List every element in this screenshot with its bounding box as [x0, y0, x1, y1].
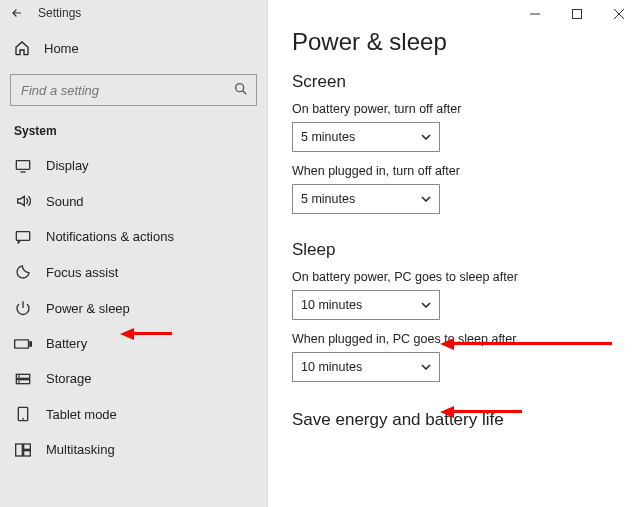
- sleep-heading: Sleep: [292, 240, 616, 260]
- sidebar-item-tablet[interactable]: Tablet mode: [0, 396, 267, 432]
- nav-list: Display Sound Notifications & actions Fo…: [0, 148, 267, 507]
- nav-label: Battery: [46, 336, 87, 351]
- select-value: 5 minutes: [301, 130, 355, 144]
- back-icon[interactable]: [10, 6, 24, 20]
- battery-icon: [14, 338, 32, 350]
- svg-rect-2: [16, 231, 29, 240]
- power-icon: [14, 300, 32, 316]
- nav-label: Display: [46, 158, 89, 173]
- sidebar-item-multitasking[interactable]: Multitasking: [0, 432, 267, 467]
- screen-battery-label: On battery power, turn off after: [292, 102, 616, 116]
- nav-label: Notifications & actions: [46, 229, 174, 244]
- chevron-down-icon: [421, 364, 431, 370]
- svg-rect-13: [24, 450, 31, 455]
- home-label: Home: [44, 41, 79, 56]
- svg-rect-14: [573, 10, 582, 19]
- svg-point-0: [236, 84, 244, 92]
- window-title: Settings: [38, 6, 81, 20]
- nav-label: Storage: [46, 371, 92, 386]
- chevron-down-icon: [421, 196, 431, 202]
- home-link[interactable]: Home: [0, 30, 267, 66]
- maximize-button[interactable]: [556, 0, 598, 28]
- display-icon: [14, 159, 32, 173]
- sound-icon: [14, 193, 32, 209]
- select-value: 5 minutes: [301, 192, 355, 206]
- screen-plugged-label: When plugged in, turn off after: [292, 164, 616, 178]
- sleep-battery-label: On battery power, PC goes to sleep after: [292, 270, 616, 284]
- minimize-button[interactable]: [514, 0, 556, 28]
- search-input[interactable]: [10, 74, 257, 106]
- sleep-battery-select[interactable]: 10 minutes: [292, 290, 440, 320]
- svg-point-7: [19, 376, 20, 377]
- svg-rect-3: [15, 339, 29, 347]
- svg-point-8: [19, 381, 20, 382]
- sidebar-item-battery[interactable]: Battery: [0, 326, 267, 361]
- sidebar: Settings Home System Display Sound: [0, 0, 268, 507]
- notifications-icon: [14, 230, 32, 244]
- svg-rect-1: [16, 160, 29, 169]
- home-icon: [14, 40, 30, 56]
- sidebar-item-notifications[interactable]: Notifications & actions: [0, 219, 267, 254]
- sleep-plugged-label: When plugged in, PC goes to sleep after: [292, 332, 616, 346]
- nav-label: Focus assist: [46, 265, 118, 280]
- sidebar-item-storage[interactable]: Storage: [0, 361, 267, 396]
- close-button[interactable]: [598, 0, 640, 28]
- section-label: System: [0, 116, 267, 148]
- svg-rect-12: [24, 444, 31, 449]
- main-content: Power & sleep Screen On battery power, t…: [268, 0, 640, 507]
- screen-battery-select[interactable]: 5 minutes: [292, 122, 440, 152]
- nav-label: Power & sleep: [46, 301, 130, 316]
- save-heading: Save energy and battery life: [292, 410, 616, 430]
- sidebar-item-sound[interactable]: Sound: [0, 183, 267, 219]
- chevron-down-icon: [421, 134, 431, 140]
- screen-heading: Screen: [292, 72, 616, 92]
- select-value: 10 minutes: [301, 298, 362, 312]
- svg-rect-4: [30, 341, 31, 345]
- nav-label: Tablet mode: [46, 407, 117, 422]
- window-controls: [514, 0, 640, 28]
- svg-rect-11: [16, 444, 23, 456]
- sleep-plugged-select[interactable]: 10 minutes: [292, 352, 440, 382]
- search-wrap: [10, 74, 257, 106]
- nav-label: Sound: [46, 194, 84, 209]
- page-title: Power & sleep: [292, 28, 616, 56]
- sidebar-item-display[interactable]: Display: [0, 148, 267, 183]
- nav-label: Multitasking: [46, 442, 115, 457]
- tablet-icon: [14, 406, 32, 422]
- sidebar-item-power[interactable]: Power & sleep: [0, 290, 267, 326]
- search-icon: [233, 81, 249, 97]
- focus-icon: [14, 264, 32, 280]
- storage-icon: [14, 372, 32, 386]
- multitask-icon: [14, 443, 32, 457]
- titlebar: Settings: [0, 0, 267, 26]
- select-value: 10 minutes: [301, 360, 362, 374]
- svg-point-10: [23, 418, 24, 419]
- sidebar-item-focus[interactable]: Focus assist: [0, 254, 267, 290]
- chevron-down-icon: [421, 302, 431, 308]
- screen-plugged-select[interactable]: 5 minutes: [292, 184, 440, 214]
